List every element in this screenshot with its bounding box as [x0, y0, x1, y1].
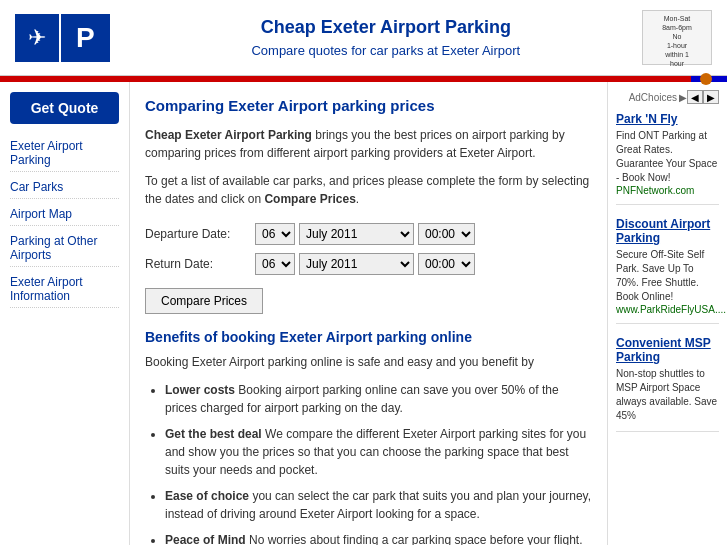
- ad-navigation: ◀ ▶: [687, 90, 719, 104]
- ad-text-0: Find ONT Parking at Great Rates. Guarant…: [616, 129, 719, 185]
- parking-icon: P: [61, 14, 110, 62]
- ad-title-0[interactable]: Park 'N Fly: [616, 112, 719, 126]
- list-item: Lower costs Booking airport parking onli…: [165, 381, 592, 417]
- list-item: Peace of Mind No worries about finding a…: [165, 531, 592, 545]
- departure-month-select[interactable]: July 2011August 2011September 2011: [299, 223, 414, 245]
- benefit-term-3: Peace of Mind: [165, 533, 246, 545]
- benefit-term-2: Ease of choice: [165, 489, 249, 503]
- benefit-term-1: Get the best deal: [165, 427, 262, 441]
- list-item: Get the best deal We compare the differe…: [165, 425, 592, 479]
- departure-day-select[interactable]: 0607080910: [255, 223, 295, 245]
- return-label: Return Date:: [145, 257, 255, 271]
- instruction-paragraph: To get a list of available car parks, an…: [145, 172, 592, 208]
- instruction-bold: Compare Prices: [264, 192, 355, 206]
- ad-choices-icon: ▶: [679, 92, 687, 103]
- sidebar-item-exeter-airport-parking[interactable]: Exeter Airport Parking: [10, 139, 119, 172]
- benefit-text-3: No worries about finding a car parking s…: [246, 533, 583, 545]
- return-day-select[interactable]: 0607080910: [255, 253, 295, 275]
- ad-sidebar: AdChoices ▶ ◀ ▶ Park 'N Fly Find ONT Par…: [607, 82, 727, 545]
- ad-next-button[interactable]: ▶: [703, 90, 719, 104]
- sidebar-item-other-airports[interactable]: Parking at Other Airports: [10, 234, 119, 267]
- return-month-select[interactable]: July 2011August 2011September 2011: [299, 253, 414, 275]
- ad-url-0: PNFNetwork.com: [616, 185, 719, 196]
- get-quote-button[interactable]: Get Quote: [10, 92, 119, 124]
- sidebar-item-airport-info[interactable]: Exeter Airport Information: [10, 275, 119, 308]
- departure-time-select[interactable]: 00:0001:0002:0012:00: [418, 223, 475, 245]
- ad-choices-header: AdChoices ▶ ◀ ▶: [616, 90, 719, 104]
- header-text: Cheap Exeter Airport Parking Compare quo…: [130, 17, 642, 58]
- intro-bold: Cheap Exeter Airport Parking: [145, 128, 312, 142]
- benefits-list: Lower costs Booking airport parking onli…: [165, 381, 592, 545]
- compare-prices-button[interactable]: Compare Prices: [145, 288, 263, 314]
- main-heading: Comparing Exeter Airport parking prices: [145, 97, 592, 114]
- divider-bar: [0, 76, 727, 82]
- ad-url-1: www.ParkRideFlyUSA....: [616, 304, 719, 315]
- sidebar-item-airport-map[interactable]: Airport Map: [10, 207, 119, 226]
- instruction-text: To get a list of available car parks, an…: [145, 174, 589, 206]
- benefits-heading: Benefits of booking Exeter Airport parki…: [145, 329, 592, 345]
- instruction-end: .: [356, 192, 359, 206]
- ad-choices-label: AdChoices: [629, 92, 677, 103]
- site-logo: ✈ P: [15, 14, 110, 62]
- ad-text-2: Non-stop shuttles to MSP Airport Space a…: [616, 367, 719, 423]
- site-subtitle: Compare quotes for car parks at Exeter A…: [130, 43, 642, 58]
- booking-form: Departure Date: 0607080910 July 2011Augu…: [145, 223, 592, 314]
- ad-text-1: Secure Off-Site Self Park. Save Up To 70…: [616, 248, 719, 304]
- page-layout: Get Quote Exeter Airport Parking Car Par…: [0, 82, 727, 545]
- ad-item-1: Discount Airport Parking Secure Off-Site…: [616, 217, 719, 324]
- intro-paragraph: Cheap Exeter Airport Parking brings you …: [145, 126, 592, 162]
- benefit-term-0: Lower costs: [165, 383, 235, 397]
- main-content: Comparing Exeter Airport parking prices …: [130, 82, 607, 545]
- sidebar: Get Quote Exeter Airport Parking Car Par…: [0, 82, 130, 545]
- ad-item-2: Convenient MSP Parking Non-stop shuttles…: [616, 336, 719, 432]
- divider-dot: [700, 73, 712, 85]
- benefits-intro: Booking Exeter Airport parking online is…: [145, 353, 592, 371]
- header-badge: Mon-Sat8am-6pmNo1-hourwithin 1hour →: [642, 10, 712, 65]
- plane-icon: ✈: [15, 14, 59, 62]
- ad-title-2[interactable]: Convenient MSP Parking: [616, 336, 719, 364]
- ad-title-1[interactable]: Discount Airport Parking: [616, 217, 719, 245]
- site-title: Cheap Exeter Airport Parking: [130, 17, 642, 38]
- ad-item-0: Park 'N Fly Find ONT Parking at Great Ra…: [616, 112, 719, 205]
- list-item: Ease of choice you can select the car pa…: [165, 487, 592, 523]
- ad-prev-button[interactable]: ◀: [687, 90, 703, 104]
- return-time-select[interactable]: 00:0001:0002:0012:00: [418, 253, 475, 275]
- page-header: ✈ P Cheap Exeter Airport Parking Compare…: [0, 0, 727, 76]
- departure-row: Departure Date: 0607080910 July 2011Augu…: [145, 223, 592, 245]
- return-row: Return Date: 0607080910 July 2011August …: [145, 253, 592, 275]
- departure-label: Departure Date:: [145, 227, 255, 241]
- sidebar-item-car-parks[interactable]: Car Parks: [10, 180, 119, 199]
